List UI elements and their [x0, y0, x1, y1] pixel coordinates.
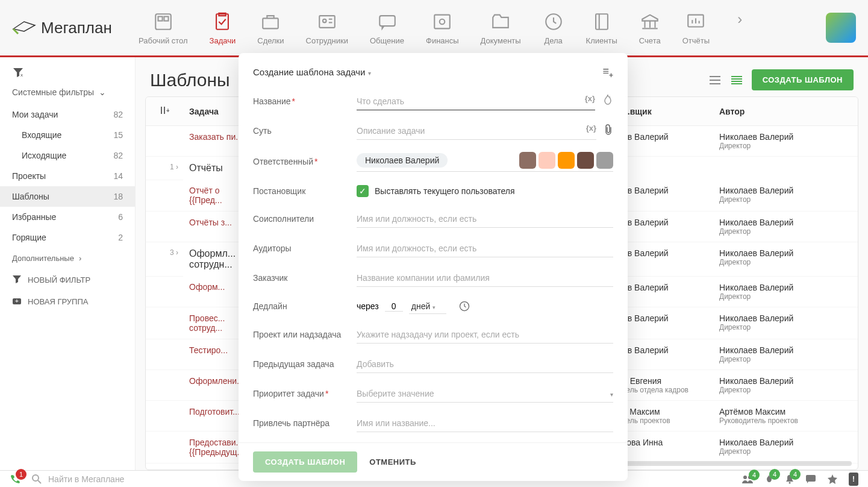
- add-field-icon[interactable]: ≡+: [602, 65, 613, 80]
- flame-icon[interactable]: [602, 94, 613, 108]
- chevron-down-icon: ▾: [368, 70, 371, 77]
- partner-input[interactable]: [357, 415, 613, 432]
- essence-input[interactable]: [357, 122, 596, 140]
- current-user-checkbox[interactable]: ✓: [357, 185, 369, 197]
- label-essence: Суть: [253, 126, 357, 136]
- submit-button[interactable]: СОЗДАТЬ ШАБЛОН: [253, 451, 357, 473]
- modal-overlay: Создание шаблона задачи ▾ ≡+ Название* {…: [0, 0, 868, 487]
- name-input[interactable]: [357, 93, 595, 110]
- checkbox-label: Выставлять текущего пользователя: [375, 186, 515, 196]
- prev-task-input[interactable]: [357, 356, 613, 373]
- label-customer: Заказчик: [253, 273, 357, 283]
- label-auditors: Аудиторы: [253, 244, 357, 253]
- project-input[interactable]: [357, 326, 613, 344]
- label-responsible: Ответственный*: [253, 157, 357, 166]
- avatar[interactable]: [539, 152, 555, 169]
- modal-title[interactable]: Создание шаблона задачи ▾: [253, 67, 371, 77]
- cancel-button[interactable]: ОТМЕНИТЬ: [369, 457, 416, 467]
- responsible-chip[interactable]: Николаев Валерий: [357, 153, 448, 168]
- deadline-unit-select[interactable]: дней ▾: [409, 299, 446, 314]
- priority-select[interactable]: [357, 385, 613, 403]
- chevron-down-icon: ▾: [610, 391, 613, 398]
- avatar[interactable]: [577, 152, 594, 169]
- label-project: Проект или надзадача: [253, 330, 357, 339]
- avatar[interactable]: [596, 152, 613, 169]
- label-setter: Постановщик: [253, 186, 357, 196]
- deadline-value-input[interactable]: [385, 301, 403, 312]
- suggested-avatars: [519, 152, 613, 169]
- paperclip-icon[interactable]: [604, 124, 613, 138]
- label-prev-task: Предыдущая задача: [253, 359, 357, 369]
- deadline-through: через: [357, 301, 379, 311]
- label-coexec: Соисполнители: [253, 214, 357, 224]
- auditors-input[interactable]: [357, 240, 613, 257]
- variable-icon[interactable]: {x}: [585, 94, 595, 103]
- coexec-input[interactable]: [357, 210, 613, 228]
- avatar[interactable]: [558, 152, 575, 169]
- label-name: Название*: [253, 96, 357, 106]
- create-template-modal: Создание шаблона задачи ▾ ≡+ Название* {…: [239, 53, 628, 481]
- label-partner: Привлечь партнёра: [253, 418, 357, 428]
- label-priority: Приоритет задачи*: [253, 389, 357, 398]
- clock-icon[interactable]: [458, 300, 470, 312]
- avatar[interactable]: [519, 152, 536, 169]
- variable-icon[interactable]: {x}: [586, 124, 596, 133]
- customer-input[interactable]: [357, 269, 613, 287]
- label-deadline: Дедлайн: [253, 301, 357, 311]
